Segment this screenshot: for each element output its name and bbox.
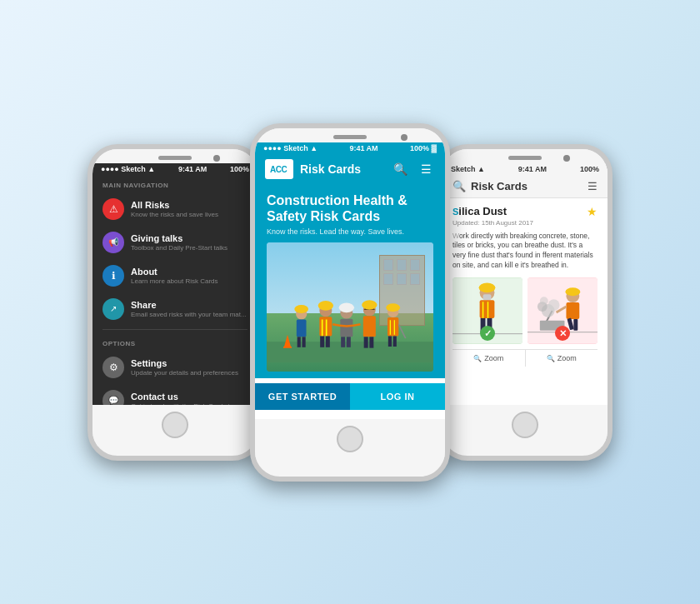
- svg-rect-29: [388, 336, 392, 347]
- nav-sub-settings: Update your details and preferences: [131, 369, 248, 377]
- nav-title-about: About: [131, 267, 248, 277]
- nav-icon-settings: ⚙: [102, 357, 124, 378]
- card-description: Work directly with breaking concrete, st…: [452, 232, 598, 272]
- svg-rect-12: [320, 336, 324, 347]
- svg-point-31: [386, 303, 400, 312]
- svg-line-32: [398, 324, 405, 338]
- svg-point-7: [294, 305, 308, 313]
- battery-left: 100%: [230, 165, 249, 173]
- card-date: Updated: 15th August 2017: [452, 219, 598, 227]
- hero-image: [267, 242, 433, 372]
- date-value: 15th August 2017: [482, 219, 533, 227]
- camera-left: [213, 155, 220, 162]
- screen-right: Sketch ▲ 9:41 AM 100% 🔍 Risk Cards ☰ Sil…: [442, 163, 608, 405]
- nav-item-givingtalks[interactable]: 📢 Giving talks Toolbox and Daily Pre-Sta…: [92, 226, 258, 259]
- svg-rect-17: [341, 337, 345, 347]
- zoom-wrong-btn[interactable]: 🔍 Zoom: [526, 350, 598, 367]
- phones-container: ●●●● Sketch ▲ 9:41 AM 100% MAIN NAVIGATI…: [88, 123, 612, 482]
- signal-right: Sketch ▲: [451, 165, 485, 173]
- time-center: 9:41 AM: [349, 144, 378, 152]
- nav-text-allrisks: All Risks Know the risks and save lives: [131, 200, 248, 218]
- time-left: 9:41 AM: [178, 165, 207, 173]
- camera-center: [401, 134, 408, 141]
- nav-section-options: OPTIONS: [92, 333, 258, 351]
- svg-rect-26: [388, 317, 398, 337]
- svg-point-54: [548, 299, 560, 311]
- nav-sub-about: Learn more about Risk Cards: [131, 277, 248, 285]
- zoom-bar: 🔍 Zoom 🔍 Zoom: [452, 349, 598, 367]
- svg-rect-39: [480, 300, 495, 318]
- nav-title-settings: Settings: [131, 358, 248, 368]
- app-header-title: Risk Cards: [300, 162, 383, 176]
- nav-icon-about: ℹ: [102, 265, 124, 287]
- battery-center: 100% ▓: [410, 144, 437, 152]
- search-icon-center[interactable]: 🔍: [390, 161, 411, 177]
- nav-title-allrisks: All Risks: [131, 200, 248, 210]
- camera-right: [563, 155, 570, 162]
- hero-title: Construction Health & Safety Risk Cards: [267, 192, 433, 224]
- nav-item-allrisks[interactable]: ⚠ All Risks Know the risks and save live…: [92, 192, 258, 226]
- nav-icon-allrisks: ⚠: [102, 198, 124, 220]
- battery-right: 100%: [580, 165, 599, 173]
- home-btn-center[interactable]: [337, 426, 363, 452]
- signal-left: ●●●● Sketch ▲: [101, 165, 155, 173]
- nav-divider: [102, 329, 248, 330]
- detail-header: 🔍 Risk Cards ☰: [442, 175, 608, 198]
- svg-point-47: [565, 287, 580, 296]
- phone-bottom-right: [442, 405, 608, 447]
- acc-logo: ACC: [265, 159, 293, 179]
- svg-rect-30: [393, 336, 397, 347]
- svg-rect-22: [364, 337, 368, 347]
- svg-rect-18: [347, 337, 351, 347]
- nav-text-settings: Settings Update your details and prefere…: [131, 358, 248, 377]
- status-bar-right: Sketch ▲ 9:41 AM 100%: [442, 163, 608, 175]
- home-btn-right[interactable]: [512, 412, 538, 438]
- app-header: ACC Risk Cards 🔍 ☰: [255, 154, 445, 184]
- nav-section-main: MAIN NAVIGATION: [92, 175, 258, 192]
- phone-top-center: [255, 128, 445, 142]
- log-in-button[interactable]: LOG IN: [350, 383, 445, 410]
- svg-point-24: [362, 300, 377, 310]
- svg-rect-4: [297, 319, 307, 337]
- nav-sub-share: Email saved risks with your team mat...: [131, 311, 248, 318]
- nav-text-about: About Learn more about Risk Cards: [131, 267, 248, 285]
- hero-section: Construction Health & Safety Risk Cards …: [255, 184, 445, 378]
- nav-item-contactus[interactable]: 💬 Contact us Get in touch with the Risk …: [92, 384, 258, 405]
- date-label: Updated:: [452, 219, 479, 227]
- phone-left: ●●●● Sketch ▲ 9:41 AM 100% MAIN NAVIGATI…: [88, 144, 262, 461]
- favorite-star[interactable]: ★: [587, 205, 598, 218]
- phone-top-right: [442, 149, 608, 163]
- nav-item-about[interactable]: ℹ About Learn more about Risk Cards: [92, 259, 258, 292]
- nav-title-share: Share: [131, 300, 248, 310]
- svg-rect-5: [298, 337, 301, 347]
- nav-icon-givingtalks: 📢: [102, 232, 124, 253]
- zoom-correct-btn[interactable]: 🔍 Zoom: [452, 350, 526, 367]
- nav-item-share[interactable]: ↗ Share Email saved risks with your team…: [92, 292, 258, 326]
- search-icon-right[interactable]: 🔍: [452, 180, 466, 192]
- nav-title-givingtalks: Giving talks: [131, 233, 248, 243]
- signal-center: ●●●● Sketch ▲: [263, 144, 318, 152]
- svg-rect-21: [363, 316, 376, 337]
- svg-point-14: [318, 301, 333, 311]
- svg-point-55: [540, 297, 548, 305]
- nav-icon-contactus: 💬: [102, 390, 124, 405]
- hero-title-text: Construction Health & Safety Risk Cards: [267, 193, 408, 223]
- correct-badge: ✓: [480, 326, 495, 341]
- menu-icon-center[interactable]: ☰: [418, 161, 435, 177]
- menu-icon-right[interactable]: ☰: [588, 180, 598, 192]
- svg-rect-16: [340, 319, 352, 337]
- screen-left: ●●●● Sketch ▲ 9:41 AM 100% MAIN NAVIGATI…: [92, 163, 258, 405]
- nav-title-contactus: Contact us: [131, 392, 248, 402]
- detail-header-title: Risk Cards: [471, 180, 582, 192]
- home-btn-left[interactable]: [162, 412, 188, 438]
- status-bar-left: ●●●● Sketch ▲ 9:41 AM 100%: [92, 163, 258, 175]
- svg-rect-57: [573, 319, 578, 331]
- nav-text-contactus: Contact us Get in touch with the Risk Ca…: [131, 392, 248, 405]
- nav-item-settings[interactable]: ⚙ Settings Update your details and prefe…: [92, 351, 258, 384]
- get-started-button[interactable]: GET STARTED: [255, 383, 350, 410]
- card-title-text: ilica Dust: [458, 205, 507, 217]
- nav-sub-givingtalks: Toolbox and Daily Pre-Start talks: [131, 244, 248, 252]
- card-title: Silica Dust: [452, 205, 507, 217]
- wrong-badge: ✕: [555, 326, 570, 341]
- svg-point-19: [339, 302, 354, 312]
